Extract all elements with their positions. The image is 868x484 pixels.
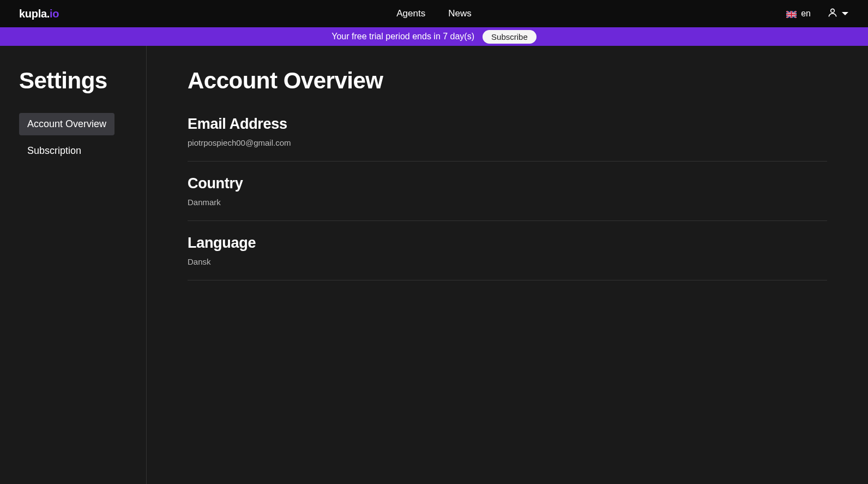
logo-ext: io (50, 8, 59, 20)
section-country: Country Danmark (188, 175, 827, 221)
banner-message: Your free trial period ends in 7 day(s) (331, 32, 474, 41)
content: Settings Account Overview Subscription A… (0, 46, 868, 484)
user-menu[interactable] (827, 7, 849, 20)
language-label: en (801, 9, 811, 19)
section-title-email: Email Address (188, 116, 827, 133)
sidebar: Settings Account Overview Subscription (0, 46, 147, 484)
header: kupla.io Agents News en (0, 0, 868, 27)
sidebar-item-account-overview[interactable]: Account Overview (19, 113, 114, 135)
trial-banner: Your free trial period ends in 7 day(s) … (0, 27, 868, 46)
section-title-language: Language (188, 235, 827, 252)
nav-center: Agents News (396, 8, 471, 19)
caret-down-icon (841, 9, 849, 19)
page-title: Account Overview (188, 68, 827, 94)
section-email: Email Address piotrpospiech00@gmail.com (188, 116, 827, 162)
sidebar-item-subscription[interactable]: Subscription (19, 140, 89, 162)
sidebar-item-label: Account Overview (27, 118, 106, 129)
header-right: en (786, 7, 849, 20)
sidebar-title: Settings (19, 68, 146, 94)
section-value-country: Danmark (188, 198, 827, 207)
sidebar-item-label: Subscription (27, 145, 81, 156)
nav-link-agents[interactable]: Agents (396, 8, 425, 19)
section-title-country: Country (188, 175, 827, 192)
subscribe-button[interactable]: Subscribe (483, 30, 537, 44)
section-language: Language Dansk (188, 235, 827, 280)
logo-main: kupla (19, 8, 47, 20)
language-selector[interactable]: en (786, 9, 811, 19)
section-value-language: Dansk (188, 257, 827, 266)
main: Account Overview Email Address piotrposp… (147, 46, 868, 484)
nav-link-news[interactable]: News (448, 8, 472, 19)
logo[interactable]: kupla.io (19, 8, 59, 20)
svg-point-1 (831, 9, 835, 13)
user-icon (827, 7, 838, 20)
section-value-email: piotrpospiech00@gmail.com (188, 138, 827, 147)
flag-icon (786, 10, 797, 17)
